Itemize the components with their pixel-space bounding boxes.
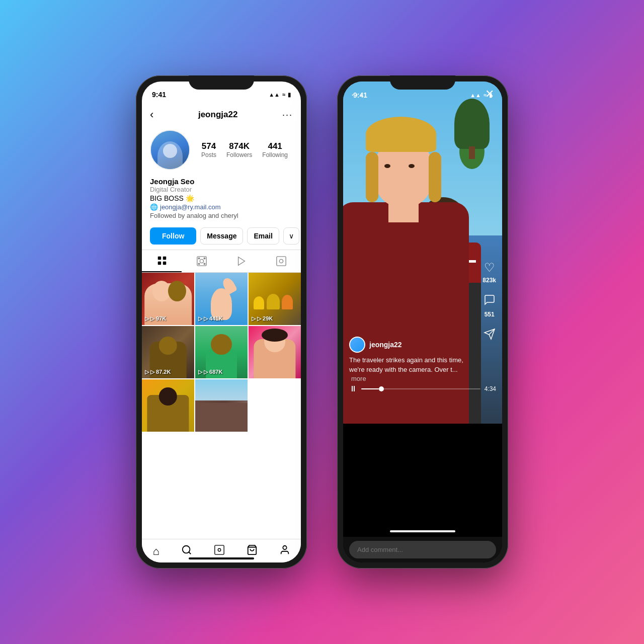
photo-overlay-4: ▷ ▷ 87.2K — [145, 369, 171, 375]
comment-icon — [484, 294, 496, 309]
phone-1-notch — [189, 75, 254, 90]
content-tabs — [142, 250, 301, 273]
video-duration: 4:34 — [485, 385, 496, 392]
like-button[interactable]: ♡ 823k — [482, 261, 496, 284]
share-button[interactable] — [484, 328, 496, 343]
more-options-button[interactable]: ··· — [282, 110, 293, 120]
nav-reels[interactable] — [214, 544, 225, 558]
status-time-2: 9:41 — [353, 91, 367, 99]
status-time-1: 9:41 — [152, 91, 166, 99]
photo-cell-2[interactable]: ▷ ▷ 441K — [195, 273, 248, 325]
svg-point-6 — [198, 258, 200, 259]
battery-icon-1: ▮ — [288, 92, 291, 98]
profile-role: Digital Creator — [150, 186, 293, 193]
pause-button[interactable]: ⏸ — [349, 384, 357, 393]
progress-track[interactable] — [361, 388, 480, 389]
photo-cell-6[interactable] — [249, 326, 301, 378]
video-user-row: jeongja22 — [349, 337, 472, 353]
share-icon — [484, 328, 496, 343]
status-icons-1: ▲▲ ≈ ▮ — [269, 92, 291, 98]
svg-rect-14 — [214, 545, 223, 554]
battery-icon-2: ▮ — [489, 92, 492, 99]
photo-cell-3[interactable]: ▷ ▷ 29K — [249, 273, 301, 325]
home-indicator-2 — [390, 530, 455, 532]
svg-point-8 — [198, 263, 200, 265]
phone-2: 9:41 ▲▲ ≈ ▮ — [337, 75, 508, 569]
svg-point-7 — [204, 258, 205, 259]
message-button[interactable]: Message — [200, 227, 243, 245]
dropdown-button[interactable]: ∨ — [283, 227, 299, 245]
svg-marker-10 — [238, 257, 245, 266]
comment-input[interactable] — [349, 541, 496, 558]
svg-point-5 — [200, 259, 203, 263]
photo-overlay-3: ▷ ▷ 29K — [252, 315, 273, 322]
photo-cell-7[interactable] — [142, 379, 194, 432]
stat-followers[interactable]: 874K Followers — [226, 141, 252, 158]
play-icon-5: ▷ — [198, 369, 202, 375]
photo-cell-5[interactable]: ▷ ▷ 687K — [195, 326, 248, 378]
photo-cell-8[interactable] — [195, 379, 248, 432]
wifi-icon-1: ≈ — [282, 92, 285, 98]
tab-tagged[interactable] — [261, 250, 301, 272]
nav-home[interactable]: ⌂ — [152, 545, 159, 558]
avatar — [150, 130, 190, 170]
heart-icon: ♡ — [484, 261, 495, 275]
svg-point-17 — [283, 546, 286, 549]
svg-rect-0 — [157, 257, 160, 260]
video-avatar — [349, 337, 365, 353]
profile-email: 🌐 jeongja@ry.mail.com — [150, 203, 293, 211]
nav-shop[interactable] — [247, 544, 258, 558]
video-bottom-info: jeongja22 The traveler strikes again and… — [349, 337, 472, 383]
video-right-actions: ♡ 823k 551 — [482, 261, 496, 343]
stat-following-value: 441 — [262, 141, 288, 151]
video-username[interactable]: jeongja22 — [369, 341, 402, 349]
tab-reels[interactable] — [182, 250, 221, 272]
caption-more[interactable]: more — [351, 375, 366, 382]
nav-profile[interactable] — [279, 544, 290, 558]
status-bar-2: 9:41 ▲▲ ≈ ▮ — [343, 82, 502, 104]
home-indicator — [189, 557, 254, 559]
svg-rect-3 — [163, 262, 166, 265]
svg-rect-11 — [276, 257, 285, 266]
profile-header: ‹ jeongja22 ··· — [142, 104, 301, 126]
email-button[interactable]: Email — [247, 227, 279, 245]
profile-bio: BIG BOSS 🌟 — [150, 194, 293, 202]
wifi-icon-2: ≈ — [484, 92, 487, 98]
tab-video[interactable] — [221, 250, 261, 272]
photo-overlay-1: ▷ ▷ 97K — [145, 315, 166, 322]
progress-fill — [361, 388, 379, 389]
profile-info: Jeongja Seo Digital Creator BIG BOSS 🌟 🌐… — [142, 174, 301, 222]
stat-posts-label: Posts — [201, 151, 216, 158]
svg-point-12 — [182, 546, 190, 553]
play-icon-4: ▷ — [145, 369, 149, 375]
stat-following[interactable]: 441 Following — [262, 141, 288, 158]
comment-button[interactable]: 551 — [484, 294, 496, 318]
follow-button[interactable]: Follow — [150, 227, 196, 245]
tab-grid[interactable] — [142, 250, 182, 272]
svg-point-15 — [218, 548, 221, 551]
nav-search[interactable] — [181, 544, 192, 558]
signal-icon-1: ▲▲ — [269, 92, 280, 98]
photo-cell-1[interactable]: ▷ ▷ 97K — [142, 273, 194, 325]
profile-followed-by: Followed by analog and cheryl — [150, 212, 293, 219]
stat-posts[interactable]: 574 Posts — [201, 141, 216, 158]
svg-point-9 — [204, 263, 205, 265]
stat-followers-value: 874K — [226, 141, 252, 151]
avatar-silhouette — [157, 141, 183, 169]
signal-icon-2: ▲▲ — [470, 92, 481, 98]
stat-followers-label: Followers — [226, 151, 252, 158]
svg-rect-2 — [157, 262, 160, 265]
video-progress-bar: ⏸ 4:34 — [343, 384, 502, 393]
avatar-image — [151, 131, 189, 169]
globe-icon: 🌐 — [150, 203, 158, 211]
photo-grid: ▷ ▷ 97K ▷ ▷ 441K — [142, 273, 301, 432]
profile-stats: 574 Posts 874K Followers 441 Following — [142, 126, 301, 174]
back-button[interactable]: ‹ — [150, 108, 153, 121]
svg-line-13 — [189, 552, 191, 554]
photo-overlay-5: ▷ ▷ 687K — [198, 369, 222, 375]
photo-cell-4[interactable]: ▷ ▷ 87.2K — [142, 326, 194, 378]
comment-section — [343, 537, 502, 562]
video-scene: ··· ✕ ♡ 823k 551 — [343, 82, 502, 424]
stat-posts-value: 574 — [201, 141, 216, 151]
play-icon-1: ▷ — [145, 315, 149, 322]
